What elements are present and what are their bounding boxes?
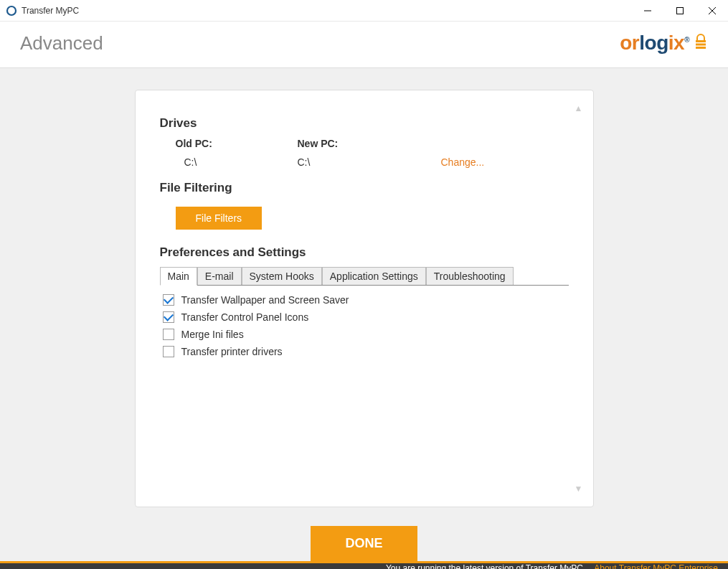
footer-about-link[interactable]: About Transfer MyPC Enterprise (594, 563, 718, 569)
minimize-icon (644, 7, 651, 14)
option-printer-drivers: Transfer printer drivers (163, 346, 569, 357)
option-label: Transfer Wallpaper and Screen Saver (181, 294, 349, 306)
tab-troubleshooting[interactable]: Troubleshooting (426, 267, 514, 285)
app-icon (6, 5, 17, 17)
svg-rect-7 (696, 47, 706, 49)
close-button[interactable] (696, 0, 728, 22)
svg-rect-2 (676, 7, 683, 14)
titlebar-left: Transfer MyPC (6, 5, 79, 17)
logo-text: orlogix® (620, 32, 689, 55)
option-label: Transfer Control Panel Icons (181, 311, 309, 323)
settings-panel: ▲ ▼ Drives Old PC: New PC: C:\ C:\ Chang… (135, 90, 594, 507)
option-control-panel: Transfer Control Panel Icons (163, 311, 569, 323)
window-controls (631, 0, 728, 22)
tab-application-settings[interactable]: Application Settings (322, 267, 426, 285)
old-pc-header: Old PC: (176, 138, 298, 149)
drives-table: Old PC: New PC: C:\ C:\ Change... (176, 138, 569, 168)
scroll-up-icon[interactable]: ▲ (575, 103, 583, 113)
tab-email[interactable]: E-mail (197, 267, 242, 285)
checkbox-wallpaper[interactable] (163, 294, 174, 306)
new-pc-header: New PC: (298, 138, 441, 149)
file-filters-button[interactable]: File Filters (176, 207, 263, 230)
titlebar: Transfer MyPC (0, 0, 728, 22)
close-icon (709, 7, 716, 14)
maximize-icon (676, 7, 684, 14)
page-title: Advanced (20, 32, 103, 55)
option-label: Merge Ini files (181, 329, 244, 340)
new-pc-drive: C:\ (298, 156, 441, 168)
old-pc-drive: C:\ (176, 156, 298, 168)
tab-main[interactable]: Main (160, 267, 197, 286)
svg-rect-5 (696, 40, 706, 42)
minimize-button[interactable] (631, 0, 663, 22)
svg-point-0 (7, 6, 16, 15)
footer: You are running the latest version of Tr… (0, 561, 728, 569)
header: Advanced orlogix® (0, 22, 728, 68)
done-area: DONE (311, 526, 417, 561)
checkbox-control-panel[interactable] (163, 311, 174, 323)
prefs-options: Transfer Wallpaper and Screen Saver Tran… (163, 294, 569, 357)
svg-rect-6 (696, 44, 706, 46)
drives-heading: Drives (160, 116, 569, 131)
lock-icon (694, 34, 708, 52)
option-label: Transfer printer drivers (181, 346, 283, 357)
window-title: Transfer MyPC (22, 6, 79, 16)
footer-status: You are running the latest version of Tr… (386, 563, 585, 569)
brand-logo: orlogix® (620, 32, 708, 55)
content-area: ▲ ▼ Drives Old PC: New PC: C:\ C:\ Chang… (0, 68, 728, 561)
done-button[interactable]: DONE (311, 526, 417, 561)
tab-system-hooks[interactable]: System Hooks (242, 267, 322, 285)
change-link[interactable]: Change... (441, 156, 485, 168)
drive-row: C:\ C:\ Change... (176, 156, 569, 168)
maximize-button[interactable] (663, 0, 696, 22)
scroll-down-icon[interactable]: ▼ (575, 484, 583, 494)
prefs-tabs: Main E-mail System Hooks Application Set… (160, 267, 569, 286)
checkbox-printer-drivers[interactable] (163, 346, 174, 357)
prefs-heading: Preferences and Settings (160, 245, 569, 260)
file-filtering-heading: File Filtering (160, 181, 569, 195)
checkbox-merge-ini[interactable] (163, 329, 174, 340)
option-wallpaper: Transfer Wallpaper and Screen Saver (163, 294, 569, 306)
option-merge-ini: Merge Ini files (163, 329, 569, 340)
